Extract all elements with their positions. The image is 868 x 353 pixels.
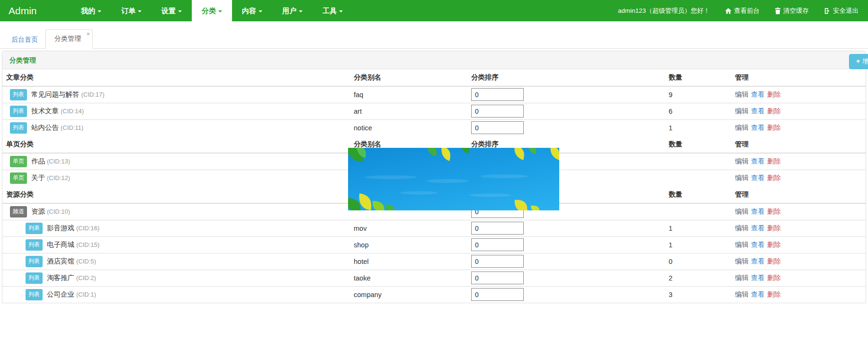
logout-link[interactable]: 安全退出 xyxy=(824,7,859,15)
nav-item-tools[interactable]: 工具 xyxy=(313,0,353,21)
category-count: 1 xyxy=(661,236,727,253)
view-link[interactable]: 查看 xyxy=(751,290,765,298)
sort-input[interactable] xyxy=(471,105,524,118)
panel-title: 分类管理 xyxy=(9,56,36,64)
edit-link[interactable]: 编辑 xyxy=(735,224,749,232)
tab-category-manage[interactable]: 分类管理 × xyxy=(45,29,93,49)
category-count: 2 xyxy=(661,270,727,286)
category-alias: notice xyxy=(346,119,464,136)
category-alias: art xyxy=(346,103,464,119)
category-cid: (CID:10) xyxy=(47,208,70,215)
table-row-company: 列表公司企业(CID:1) company 3 编辑查看删除 xyxy=(2,286,866,303)
view-link[interactable]: 查看 xyxy=(751,224,765,232)
view-link[interactable]: 查看 xyxy=(751,157,765,165)
main-menu: 我的 订单 设置 分类 内容 用户 工具 xyxy=(71,0,353,21)
category-count: 1 xyxy=(661,220,727,236)
column-count: 数量 xyxy=(661,136,727,153)
delete-link[interactable]: 删除 xyxy=(767,257,781,265)
section-header-articles: 文章分类 分类别名 分类排序 数量 管理 xyxy=(2,69,866,86)
edit-link[interactable]: 编辑 xyxy=(735,91,749,98)
delete-link[interactable]: 删除 xyxy=(767,107,781,115)
add-category-button[interactable]: +增 xyxy=(849,54,868,69)
chevron-down-icon xyxy=(339,10,343,12)
nav-item-content[interactable]: 内容 xyxy=(232,0,272,21)
category-cid: (CID:13) xyxy=(47,158,70,165)
type-badge-list: 列表 xyxy=(10,89,27,100)
category-cid: (CID:17) xyxy=(81,91,105,98)
category-title: 关于 xyxy=(31,174,45,181)
chevron-down-icon xyxy=(178,10,182,12)
nav-item-mine[interactable]: 我的 xyxy=(71,0,111,21)
view-link[interactable]: 查看 xyxy=(751,241,765,248)
section-title: 资源分类 xyxy=(2,186,346,203)
close-icon[interactable]: × xyxy=(86,31,90,37)
nav-item-users[interactable]: 用户 xyxy=(272,0,313,21)
category-alias: mov xyxy=(346,220,464,236)
category-cid: (CID:15) xyxy=(76,241,99,248)
chevron-down-icon xyxy=(299,10,303,12)
sort-input[interactable] xyxy=(471,222,524,235)
chevron-down-icon xyxy=(259,10,262,12)
plus-icon: + xyxy=(856,57,860,65)
edit-link[interactable]: 编辑 xyxy=(735,257,749,265)
brand-logo: Admin xyxy=(0,0,71,21)
nav-item-settings[interactable]: 设置 xyxy=(152,0,192,21)
view-frontend-link[interactable]: 查看前台 xyxy=(725,7,760,15)
edit-link[interactable]: 编辑 xyxy=(735,107,749,115)
edit-link[interactable]: 编辑 xyxy=(735,157,749,165)
view-link[interactable]: 查看 xyxy=(751,257,765,265)
sort-input[interactable] xyxy=(471,272,524,284)
category-cid: (CID:2) xyxy=(76,274,96,281)
view-link[interactable]: 查看 xyxy=(751,208,765,215)
delete-link[interactable]: 删除 xyxy=(767,241,781,248)
edit-link[interactable]: 编辑 xyxy=(735,174,749,181)
category-alias: company xyxy=(346,286,464,303)
edit-link[interactable]: 编辑 xyxy=(735,290,749,298)
category-count xyxy=(661,170,727,186)
sort-input[interactable] xyxy=(471,288,524,301)
chevron-down-icon xyxy=(138,10,142,12)
sort-input[interactable] xyxy=(471,238,524,251)
type-badge-list: 列表 xyxy=(26,272,43,284)
category-cid: (CID:14) xyxy=(61,108,84,115)
tab-dashboard[interactable]: 后台首页 xyxy=(4,31,45,49)
view-link[interactable]: 查看 xyxy=(751,174,765,181)
category-count xyxy=(661,203,727,220)
type-badge-list: 列表 xyxy=(26,256,43,267)
table-row-art: 列表技术文章(CID:14) art 6 编辑查看删除 xyxy=(2,103,866,119)
category-cid: (CID:16) xyxy=(76,225,99,232)
delete-link[interactable]: 删除 xyxy=(767,208,781,215)
table-row-hotel: 列表酒店宾馆(CID:5) hotel 0 编辑查看删除 xyxy=(2,253,866,270)
delete-link[interactable]: 删除 xyxy=(767,174,781,181)
sort-input[interactable] xyxy=(471,88,524,101)
delete-link[interactable]: 删除 xyxy=(767,91,781,98)
category-title: 站内公告 xyxy=(31,124,59,131)
type-badge-page: 单页 xyxy=(10,172,27,184)
category-cid: (CID:5) xyxy=(76,258,96,265)
type-badge-list: 列表 xyxy=(26,239,43,251)
nav-item-category[interactable]: 分类 xyxy=(192,0,232,21)
category-cid: (CID:12) xyxy=(47,174,70,181)
sort-input[interactable] xyxy=(471,121,524,134)
view-link[interactable]: 查看 xyxy=(751,91,765,98)
edit-link[interactable]: 编辑 xyxy=(735,124,749,131)
view-link[interactable]: 查看 xyxy=(751,274,765,281)
sort-input[interactable] xyxy=(471,255,524,268)
clear-cache-link[interactable]: 清空缓存 xyxy=(775,7,809,15)
delete-link[interactable]: 删除 xyxy=(767,290,781,298)
view-link[interactable]: 查看 xyxy=(751,107,765,115)
edit-link[interactable]: 编辑 xyxy=(735,274,749,281)
delete-link[interactable]: 删除 xyxy=(767,274,781,281)
delete-link[interactable]: 删除 xyxy=(767,124,781,131)
edit-link[interactable]: 编辑 xyxy=(735,208,749,215)
delete-link[interactable]: 删除 xyxy=(767,157,781,165)
edit-link[interactable]: 编辑 xyxy=(735,241,749,248)
nav-item-orders[interactable]: 订单 xyxy=(111,0,152,21)
view-link[interactable]: 查看 xyxy=(751,124,765,131)
delete-link[interactable]: 删除 xyxy=(767,224,781,232)
table-row-taoke: 列表淘客推广(CID:2) taoke 2 编辑查看删除 xyxy=(2,270,866,286)
column-sort: 分类排序 xyxy=(464,69,661,86)
table-row-shop: 列表电子商城(CID:15) shop 1 编辑查看删除 xyxy=(2,236,866,253)
trash-icon xyxy=(775,8,781,14)
category-alias: hotel xyxy=(346,253,464,270)
